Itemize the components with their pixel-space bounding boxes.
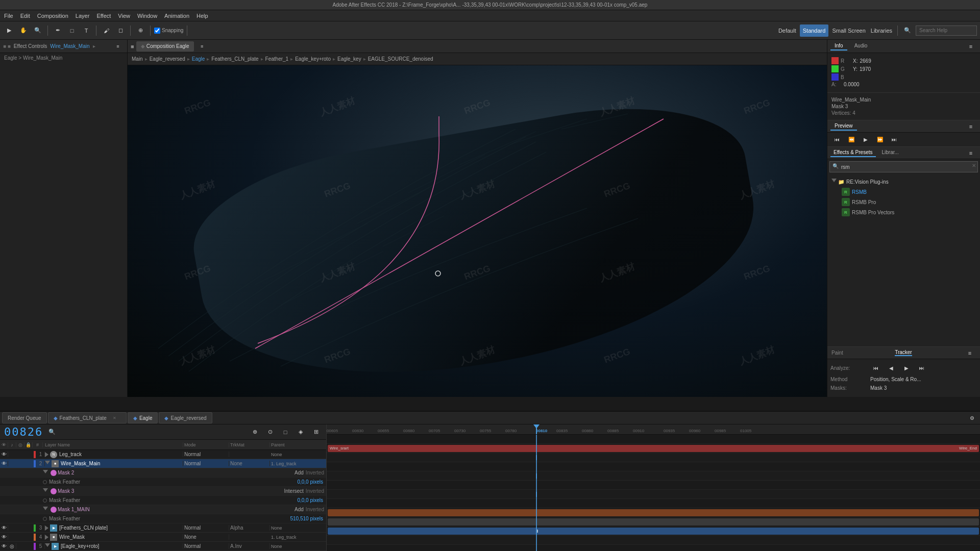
preview-rewind-btn[interactable]: ⏮: [831, 134, 843, 145]
folder-expand-icon[interactable]: [831, 179, 837, 185]
preview-menu-btn[interactable]: ≡: [965, 120, 977, 133]
breadcrumb-main[interactable]: Main: [132, 56, 143, 62]
effects-search-input[interactable]: [829, 161, 978, 172]
menu-view[interactable]: View: [118, 13, 130, 19]
comp-tab-eagle[interactable]: ◆ Composition Eagle: [136, 41, 194, 52]
preview-step-back-btn[interactable]: ⏪: [846, 134, 857, 145]
layer5-eye[interactable]: 👁: [0, 543, 8, 549]
tl-ctrl-1[interactable]: ⊕: [249, 426, 261, 438]
effects-menu-btn[interactable]: ≡: [965, 147, 977, 159]
tl-ctrl-5[interactable]: ⊞: [310, 426, 322, 438]
tool-eraser[interactable]: ◻: [114, 24, 127, 37]
mask2-inverted[interactable]: Inverted: [306, 470, 324, 475]
mask1main-expand[interactable]: [43, 507, 48, 513]
menu-effect[interactable]: Effect: [96, 13, 111, 19]
tl-ctrl-4[interactable]: ◈: [295, 426, 307, 438]
search-help-btn[interactable]: 🔍: [901, 24, 914, 37]
tool-text[interactable]: T: [80, 24, 92, 37]
layer2-expand[interactable]: [45, 461, 50, 467]
panel-right-menu[interactable]: ≡: [965, 40, 977, 53]
search-help-input[interactable]: [916, 26, 977, 36]
preview-step-fwd-btn[interactable]: ⏩: [874, 134, 886, 145]
tab-preview[interactable]: Preview: [830, 122, 857, 131]
feathers-tab-close[interactable]: ✕: [109, 414, 121, 421]
layer-row-2[interactable]: 👁 2 ■ Wire_Mask_Main Normal None 1. Leg_…: [0, 459, 326, 468]
tab-eagle[interactable]: ◆ Eagle: [128, 412, 158, 423]
menu-file[interactable]: File: [4, 13, 13, 19]
layer5-expand[interactable]: [45, 543, 50, 549]
tracker-back[interactable]: ◀: [886, 362, 897, 373]
tl-ctrl-3[interactable]: □: [279, 426, 291, 438]
tool-zoom[interactable]: 🔍: [32, 24, 44, 37]
layer1-expand[interactable]: [45, 452, 48, 457]
menu-composition[interactable]: Composition: [37, 13, 68, 19]
mask1main-row[interactable]: Mask 1_MAIN Add Inverted: [0, 505, 326, 514]
breadcrumb-eaglekey[interactable]: Eagle_key+roto: [295, 56, 331, 62]
workspace-standard[interactable]: Standard: [800, 24, 829, 37]
menu-layer[interactable]: Layer: [76, 13, 90, 19]
tool-shape[interactable]: □: [66, 24, 78, 37]
tab-audio[interactable]: Audio: [850, 42, 872, 51]
tab-render-queue[interactable]: Render Queue: [2, 412, 47, 423]
breadcrumb-eaglekey2[interactable]: Eagle_key: [337, 56, 361, 62]
menu-animation[interactable]: Animation: [164, 13, 189, 19]
comp-options-btn[interactable]: ≡: [196, 40, 208, 53]
tool-move[interactable]: ✋: [17, 24, 30, 37]
breadcrumb-source[interactable]: EAGLE_SOURCE_denoised: [368, 56, 433, 62]
breadcrumb-eagle[interactable]: Eagle: [192, 56, 205, 62]
preview-play-btn[interactable]: ▶: [860, 134, 871, 145]
paint-tab[interactable]: Paint: [831, 350, 843, 356]
tab-effects-presets[interactable]: Effects & Presets: [830, 148, 876, 157]
layer-row-5[interactable]: 👁 ◎ 5 ▶ [Eagle_key+roto] Normal A.Inv No…: [0, 542, 326, 551]
layer4-expand[interactable]: [45, 535, 48, 540]
layer1-eye[interactable]: 👁: [0, 452, 8, 457]
mask1main-inverted[interactable]: Inverted: [306, 507, 324, 512]
mask3-row[interactable]: Mask 3 Intersect Inverted: [0, 487, 326, 496]
layer2-eye[interactable]: 👁: [0, 461, 8, 466]
workspace-default[interactable]: Default: [777, 24, 798, 37]
tool-pen[interactable]: ✒: [52, 24, 64, 37]
breadcrumb-feather1[interactable]: Feather_1: [265, 56, 289, 62]
effects-search-clear[interactable]: ✕: [972, 163, 976, 168]
tab-eagle-reversed[interactable]: ◆ Eagle_reversed: [159, 412, 212, 423]
layer-row-3[interactable]: 👁 3 ▶ [Feathers_CLN plate] Normal Alpha …: [0, 523, 326, 533]
tracker-tab[interactable]: Tracker: [895, 349, 912, 356]
menu-help[interactable]: Help: [197, 13, 208, 19]
layer4-eye[interactable]: 👁: [0, 534, 8, 540]
tracker-play[interactable]: ▶: [901, 362, 912, 373]
tracker-fwd[interactable]: ⏭: [916, 362, 927, 373]
mask2-row[interactable]: Mask 2 Add Inverted: [0, 468, 326, 478]
rsmb-entry[interactable]: R RSMB: [829, 187, 978, 197]
preview-end-btn[interactable]: ⏭: [889, 134, 900, 145]
tool-puppet[interactable]: ⊕: [134, 24, 146, 37]
tl-ctrl-2[interactable]: ⊙: [264, 426, 276, 438]
layer3-eye[interactable]: 👁: [0, 525, 8, 531]
menu-edit[interactable]: Edit: [20, 13, 30, 19]
tracker-rewind[interactable]: ⏮: [870, 362, 881, 373]
panel-menu-btn[interactable]: ≡: [112, 40, 124, 53]
tab-feathers-cln[interactable]: ◆ Feathers_CLN_plate ✕: [48, 412, 127, 423]
tool-brush[interactable]: 🖌: [100, 24, 112, 37]
tracker-menu-btn[interactable]: ≡: [964, 347, 976, 359]
breadcrumb-feathers[interactable]: Feathers_CLN_plate: [211, 56, 258, 62]
layer3-expand[interactable]: [45, 525, 48, 531]
rsmb-pro-vectors-entry[interactable]: R RSMB Pro Vectors: [829, 207, 978, 217]
workspace-libraries[interactable]: Libraries: [869, 24, 894, 37]
tab-libraries[interactable]: Librar...: [879, 148, 902, 157]
rsmb-pro-entry[interactable]: R RSMB Pro: [829, 197, 978, 207]
layer-row-4[interactable]: 👁 4 ■ Wire_Mask None 1. Leg_track: [0, 533, 326, 542]
menu-window[interactable]: Window: [137, 13, 157, 19]
timeline-options-btn[interactable]: ⚙: [966, 412, 978, 424]
snapping-checkbox[interactable]: [154, 28, 160, 34]
workspace-small[interactable]: Small Screen: [830, 24, 867, 37]
layer-row-1[interactable]: 👁 1 N Leg_track Normal None: [0, 450, 326, 459]
timecode-display[interactable]: 00826: [4, 425, 43, 438]
mask2-expand[interactable]: [43, 470, 48, 476]
timecode-search-btn[interactable]: 🔍: [46, 426, 58, 438]
revision-plugins-folder[interactable]: 📁 RE:Vision Plug-ins: [829, 177, 978, 187]
mask3-inverted[interactable]: Inverted: [306, 488, 324, 494]
tab-info[interactable]: Info: [830, 42, 847, 51]
tool-select[interactable]: ▶: [3, 24, 15, 37]
breadcrumb-eagle-reversed[interactable]: Eagle_reversed: [150, 56, 185, 62]
mask3-expand[interactable]: [43, 488, 48, 494]
